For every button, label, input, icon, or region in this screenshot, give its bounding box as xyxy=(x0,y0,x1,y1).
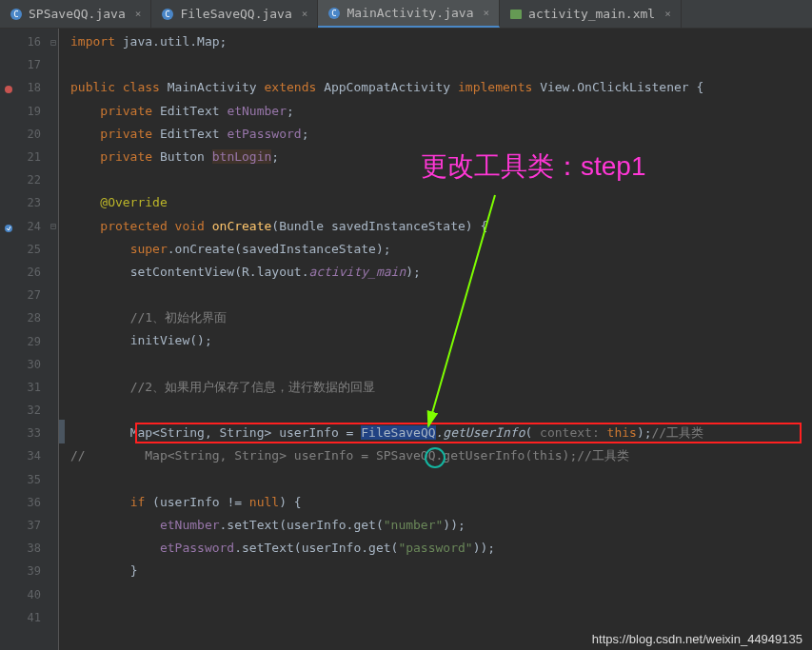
code-line: } xyxy=(59,560,812,582)
line-number: 33 xyxy=(28,426,58,440)
tab-label: FileSaveQQ.java xyxy=(180,7,291,21)
code-line: private EditText etNumber; xyxy=(59,100,812,123)
xml-icon xyxy=(509,8,523,21)
line-number: 19 xyxy=(28,105,58,118)
line-number: 32 xyxy=(28,404,58,417)
svg-rect-6 xyxy=(510,10,522,19)
tab-label: activity_main.xml xyxy=(528,7,655,21)
line-number: 21 xyxy=(28,150,58,164)
watermark: https://blog.csdn.net/weixin_44949135 xyxy=(592,632,802,646)
close-icon[interactable]: × xyxy=(664,8,671,20)
code-area[interactable]: import java.util.Map; public class MainA… xyxy=(59,29,812,650)
editor-area: 16⊟ 17 18 19 20 21 22 23 24⊟ 25 26 27 28… xyxy=(0,29,812,650)
code-line: public class MainActivity extends AppCom… xyxy=(59,76,812,99)
tab-activitymain[interactable]: activity_main.xml × xyxy=(500,0,682,28)
class-mark-icon xyxy=(4,83,13,92)
line-number: 25 xyxy=(28,243,58,256)
editor-tabs: C SPSaveQQ.java × C FileSaveQQ.java × C … xyxy=(0,0,812,29)
svg-point-7 xyxy=(5,86,12,93)
code-line: etNumber.setText(userInfo.get("number"))… xyxy=(59,514,812,537)
line-number: 22 xyxy=(28,173,58,187)
line-number: 20 xyxy=(28,128,58,141)
close-icon[interactable]: × xyxy=(302,8,308,20)
line-number: 40 xyxy=(28,588,58,601)
code-line: @Override xyxy=(59,191,812,214)
line-number: 28 xyxy=(28,311,58,325)
code-line: super.onCreate(savedInstanceState); xyxy=(59,238,812,261)
line-number: 23 xyxy=(28,196,58,209)
line-number: 26 xyxy=(28,266,58,279)
code-line: etPassword.setText(userInfo.get("passwor… xyxy=(59,537,812,560)
java-icon: C xyxy=(10,8,23,21)
line-number: 37 xyxy=(28,519,58,532)
svg-text:C: C xyxy=(13,10,18,19)
tab-label: MainActivity.java xyxy=(347,6,473,20)
code-line: if (userInfo != null) { xyxy=(59,491,812,514)
line-number: 31 xyxy=(28,381,58,394)
code-line: initView(); xyxy=(59,329,812,352)
tab-spsaveqq[interactable]: C SPSaveQQ.java × xyxy=(0,0,151,28)
line-number: 30 xyxy=(28,358,58,371)
java-icon: C xyxy=(327,7,341,20)
code-line: protected void onCreate(Bundle savedInst… xyxy=(59,215,812,238)
code-line: setContentView(R.layout.activity_main); xyxy=(59,261,812,284)
line-number: 36 xyxy=(28,496,58,509)
line-number: 38 xyxy=(28,542,58,555)
svg-text:C: C xyxy=(166,10,170,19)
override-mark-icon[interactable] xyxy=(4,222,13,231)
code-line xyxy=(59,399,812,422)
svg-point-8 xyxy=(5,225,12,232)
line-number: 17 xyxy=(28,58,58,71)
code-line xyxy=(59,284,812,306)
close-icon[interactable]: × xyxy=(483,7,489,19)
line-number: 39 xyxy=(28,564,58,578)
line-number: 18 xyxy=(28,81,58,94)
circle-mark xyxy=(425,447,446,468)
line-number: 35 xyxy=(28,473,58,486)
code-line: //2、如果用户保存了信息，进行数据的回显 xyxy=(59,376,812,399)
highlight-box xyxy=(135,423,802,443)
close-icon[interactable]: × xyxy=(135,8,142,20)
fold-icon[interactable]: ⊟ xyxy=(50,37,56,48)
java-icon: C xyxy=(161,8,174,21)
svg-text:C: C xyxy=(332,9,337,18)
fold-icon[interactable]: ⊟ xyxy=(50,221,56,231)
code-line xyxy=(59,583,812,606)
tab-mainactivity[interactable]: C MainActivity.java × xyxy=(318,0,500,28)
code-line: private EditText etPassword; xyxy=(59,123,812,146)
line-number: 27 xyxy=(28,288,58,302)
line-number: 41 xyxy=(28,611,58,624)
annotation-text: 更改工具类：step1 xyxy=(421,148,646,185)
line-number: 29 xyxy=(28,335,58,348)
code-line xyxy=(59,468,812,491)
gutter: 16⊟ 17 18 19 20 21 22 23 24⊟ 25 26 27 28… xyxy=(0,29,59,650)
code-line: //1、初始化界面 xyxy=(59,306,812,329)
code-line xyxy=(59,53,812,76)
tab-filesaveqq[interactable]: C FileSaveQQ.java × xyxy=(151,0,318,28)
tab-label: SPSaveQQ.java xyxy=(29,7,126,21)
code-line xyxy=(59,353,812,376)
line-number: 34 xyxy=(28,449,58,463)
code-line xyxy=(59,606,812,629)
code-line: import java.util.Map; xyxy=(59,30,812,53)
